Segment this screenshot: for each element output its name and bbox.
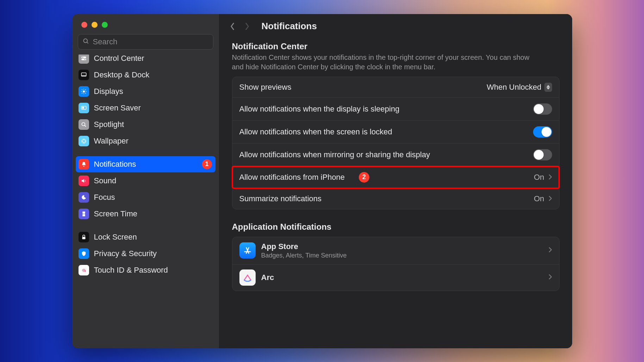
- row-value: On: [534, 173, 544, 182]
- sidebar-item-label: Privacy & Security: [94, 249, 157, 258]
- svg-point-18: [82, 107, 84, 109]
- toggle-mirroring[interactable]: [533, 149, 552, 160]
- row-allow-iphone[interactable]: Allow notifications from iPhone 2 On: [232, 166, 559, 188]
- stepper-up-down-icon: [544, 83, 552, 92]
- row-label: Allow notifications from iPhone: [239, 173, 345, 182]
- screen-time-icon: [79, 209, 89, 219]
- privacy-security-icon: [79, 248, 89, 259]
- sidebar-item-label: Screen Saver: [94, 103, 141, 113]
- application-notifications-title: Application Notifications: [232, 222, 559, 232]
- spotlight-icon: [79, 119, 89, 130]
- sidebar-item-spotlight[interactable]: Spotlight: [76, 116, 215, 133]
- svg-marker-28: [546, 85, 550, 87]
- sidebar-item-screen-time[interactable]: Screen Time: [76, 206, 215, 222]
- svg-point-26: [83, 165, 84, 166]
- app-row-arc[interactable]: Arc: [232, 264, 559, 291]
- sidebar-item-label: Spotlight: [94, 120, 124, 129]
- svg-line-15: [82, 93, 82, 94]
- sidebar-item-displays[interactable]: Displays: [76, 83, 215, 100]
- chevron-right-icon: [549, 173, 552, 182]
- sidebar-item-focus[interactable]: Focus: [76, 189, 215, 205]
- application-notifications-panel: App Store Badges, Alerts, Time Sensitive: [232, 237, 559, 291]
- svg-line-1: [87, 42, 88, 43]
- screen-saver-icon: [79, 103, 89, 113]
- toggle-screen-locked[interactable]: [533, 126, 552, 138]
- app-store-icon: [239, 242, 256, 259]
- sidebar-item-label: Lock Screen: [94, 233, 137, 242]
- sidebar-item-label: Touch ID & Password: [94, 266, 168, 275]
- row-allow-mirroring: Allow notifications when mirroring or sh…: [232, 143, 559, 166]
- svg-rect-4: [81, 58, 86, 60]
- svg-point-8: [83, 90, 85, 93]
- svg-point-19: [82, 122, 85, 126]
- displays-icon: [79, 86, 89, 97]
- focus-icon: [79, 192, 89, 203]
- svg-point-5: [84, 59, 85, 60]
- row-label: Allow notifications when the display is …: [239, 104, 400, 114]
- lock-screen-icon: [79, 232, 89, 242]
- topbar: Notifications: [219, 14, 572, 39]
- sidebar-item-label: Notifications: [94, 160, 136, 169]
- show-previews-select[interactable]: When Unlocked: [487, 83, 552, 92]
- svg-point-25: [83, 142, 84, 143]
- sidebar-item-label: Sound: [94, 176, 117, 185]
- search-input[interactable]: [93, 37, 209, 46]
- svg-rect-27: [82, 237, 85, 239]
- row-value: On: [534, 194, 544, 203]
- back-button[interactable]: [229, 21, 236, 31]
- minimize-window-button[interactable]: [92, 22, 98, 28]
- sidebar-item-label: Control Center: [94, 55, 144, 63]
- sidebar-item-screen-saver[interactable]: Screen Saver: [76, 100, 215, 116]
- sidebar-item-control-center[interactable]: Control Center: [76, 55, 215, 66]
- toggle-display-sleeping[interactable]: [533, 103, 552, 115]
- svg-line-20: [85, 125, 86, 127]
- sidebar-item-label: Screen Time: [94, 209, 138, 218]
- svg-marker-29: [546, 87, 550, 89]
- arc-icon: [239, 269, 256, 286]
- desktop-dock-icon: [79, 70, 89, 80]
- chevron-right-icon: [549, 247, 552, 254]
- svg-rect-6: [81, 73, 86, 76]
- sidebar-item-wallpaper[interactable]: Wallpaper: [76, 133, 215, 149]
- section-title: Notification Center: [232, 42, 559, 51]
- svg-line-14: [85, 93, 86, 94]
- sidebar-item-label: Desktop & Dock: [94, 70, 150, 80]
- row-label: Show previews: [239, 83, 292, 92]
- chevron-right-icon: [549, 194, 552, 203]
- annotation-badge-1: 1: [202, 159, 212, 169]
- close-window-button[interactable]: [81, 22, 87, 28]
- svg-rect-2: [81, 56, 86, 58]
- sidebar-item-label: Displays: [94, 87, 123, 96]
- sidebar-item-notifications[interactable]: Notifications 1: [76, 156, 215, 172]
- notification-settings-panel: Show previews When Unlocked Allow notifi…: [232, 77, 559, 209]
- page-title: Notifications: [262, 21, 317, 32]
- svg-point-3: [82, 57, 83, 58]
- sidebar-item-desktop-dock[interactable]: Desktop & Dock: [76, 67, 215, 83]
- notifications-icon: [79, 159, 89, 170]
- sidebar-item-label: Focus: [94, 193, 115, 202]
- wallpaper-icon: [79, 136, 89, 146]
- row-show-previews[interactable]: Show previews When Unlocked: [232, 77, 559, 97]
- select-value: When Unlocked: [487, 83, 541, 92]
- sidebar-item-touch-id-password[interactable]: Touch ID & Password: [76, 262, 215, 278]
- sidebar-item-sound[interactable]: Sound: [76, 173, 215, 189]
- search-field[interactable]: [78, 34, 213, 50]
- row-allow-locked: Allow notifications when the screen is l…: [232, 120, 559, 143]
- row-label: Summarize notifications: [239, 194, 322, 203]
- window-controls: [72, 14, 219, 34]
- system-settings-window: Control Center Desktop & Dock Displays S…: [72, 14, 572, 348]
- forward-button[interactable]: [244, 21, 250, 31]
- app-row-app-store[interactable]: App Store Badges, Alerts, Time Sensitive: [232, 237, 559, 264]
- svg-point-22: [83, 139, 84, 140]
- zoom-window-button[interactable]: [102, 22, 108, 28]
- svg-point-24: [85, 140, 86, 141]
- row-summarize[interactable]: Summarize notifications On: [232, 188, 559, 209]
- chevron-right-icon: [549, 274, 552, 281]
- content-scroll[interactable]: Notification Center Notification Center …: [219, 39, 572, 348]
- app-name: Arc: [261, 273, 274, 282]
- svg-line-13: [82, 89, 82, 90]
- main-panel: Notifications Notification Center Notifi…: [219, 14, 572, 348]
- control-center-icon: [79, 55, 89, 64]
- sidebar-item-lock-screen[interactable]: Lock Screen: [76, 229, 215, 245]
- sidebar-item-privacy-security[interactable]: Privacy & Security: [76, 246, 215, 262]
